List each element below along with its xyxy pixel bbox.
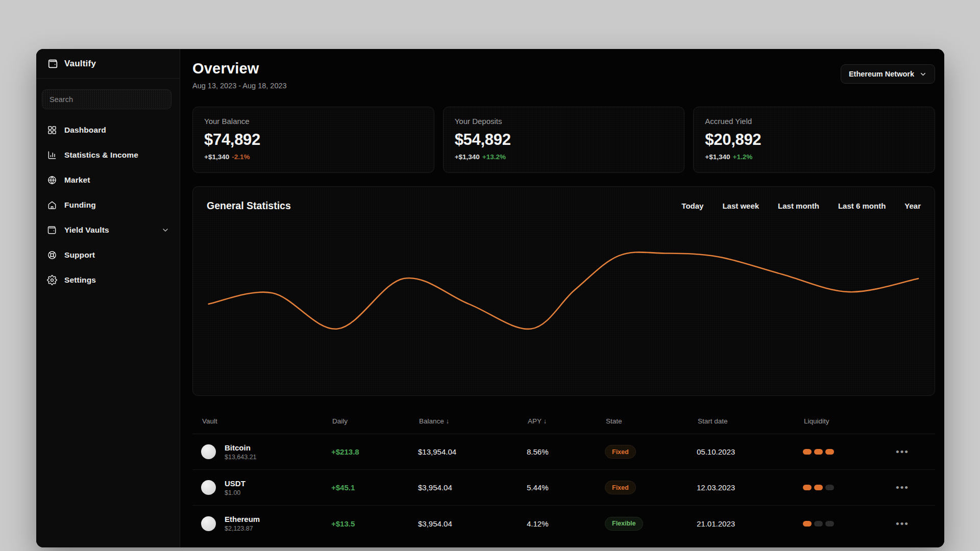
vault-price: $1.00 — [225, 489, 246, 496]
liquidity-dot — [803, 449, 812, 455]
page-header: Overview Aug 13, 2023 - Aug 18, 2023 Eth… — [192, 60, 935, 90]
liquidity-dot — [803, 485, 812, 490]
chevron-down-icon — [161, 226, 169, 234]
liquidity-dot — [825, 449, 834, 455]
vault-cell: USDT$1.00 — [192, 479, 331, 496]
sidebar-item-label: Yield Vaults — [64, 226, 109, 235]
stat-card-your-balance: Your Balance$74,892+$1,340-2.1% — [192, 107, 434, 173]
app-logo: Vaultify — [36, 49, 180, 79]
state-cell: Fixed — [605, 445, 697, 459]
vault-avatar — [201, 516, 216, 531]
page-title: Overview — [192, 60, 935, 77]
ellipsis-icon[interactable]: ••• — [896, 449, 935, 455]
wallet-icon — [47, 225, 57, 235]
balance-cell: $3,954.04 — [418, 483, 527, 492]
filter-last-month[interactable]: Last month — [778, 202, 819, 210]
sort-arrow-icon: ↓ — [544, 417, 547, 425]
search-input[interactable] — [50, 95, 164, 104]
sidebar-item-dashboard[interactable]: Dashboard — [36, 117, 180, 142]
liquidity-indicator — [803, 485, 896, 490]
sidebar-nav: DashboardStatistics & IncomeMarketFundin… — [36, 114, 180, 295]
balance-cell: $3,954.04 — [418, 519, 527, 528]
balance-cell: $13,954.04 — [418, 447, 527, 456]
time-filters: TodayLast weekLast monthLast 6 monthYear — [681, 202, 921, 210]
sidebar-item-label: Market — [64, 176, 90, 185]
ellipsis-icon[interactable]: ••• — [896, 485, 935, 490]
network-selector-button[interactable]: Ethereum Network — [841, 64, 935, 84]
table-row-bitcoin[interactable]: Bitcoin$13,643.21+$213.8$13,954.048.56%F… — [192, 434, 935, 470]
sort-arrow-icon: ↓ — [446, 417, 450, 425]
start-date-cell: 21.01.2023 — [697, 519, 803, 528]
statistics-line-chart — [193, 187, 935, 395]
filter-last-6-month[interactable]: Last 6 month — [838, 202, 886, 210]
sidebar-item-label: Dashboard — [64, 126, 106, 135]
state-badge: Flexible — [605, 517, 643, 531]
start-date-cell: 05.10.2023 — [697, 447, 803, 456]
vault-avatar — [201, 444, 216, 459]
stat-card-value: $54,892 — [455, 131, 673, 149]
bar-chart-icon — [47, 150, 57, 160]
table-row-usdt[interactable]: USDT$1.00+$45.1$3,954.045.44%Fixed12.03.… — [192, 470, 935, 506]
stat-card-label: Accrued Yield — [705, 117, 923, 126]
main-content: Overview Aug 13, 2023 - Aug 18, 2023 Eth… — [180, 49, 944, 547]
sidebar-item-label: Funding — [64, 201, 96, 210]
state-cell: Fixed — [605, 481, 697, 494]
sidebar-item-yield-vaults[interactable]: Yield Vaults — [36, 217, 180, 242]
stat-card-label: Your Deposits — [455, 117, 673, 126]
gear-icon — [47, 275, 57, 285]
date-range: Aug 13, 2023 - Aug 18, 2023 — [192, 82, 935, 90]
column-header-state: State — [605, 417, 697, 425]
vault-avatar — [201, 480, 216, 495]
vault-name: Bitcoin — [225, 443, 257, 452]
liquidity-dot — [825, 521, 834, 527]
liquidity-dot — [803, 521, 812, 527]
state-cell: Flexible — [605, 517, 697, 531]
vault-price: $2,123.87 — [225, 525, 260, 532]
table-body: Bitcoin$13,643.21+$213.8$13,954.048.56%F… — [192, 434, 935, 541]
sidebar-item-statistics-income[interactable]: Statistics & Income — [36, 142, 180, 167]
liquidity-dot — [814, 485, 823, 490]
search-box[interactable] — [42, 89, 172, 109]
sidebar-item-support[interactable]: Support — [36, 242, 180, 267]
app-title: Vaultify — [64, 59, 96, 69]
column-header-liquidity: Liquidity — [803, 417, 896, 425]
column-header-apy[interactable]: APY ↓ — [527, 417, 605, 425]
liquidity-indicator — [803, 449, 896, 455]
stat-card-your-deposits: Your Deposits$54,892+$1,340+13.2% — [443, 107, 685, 173]
ellipsis-icon[interactable]: ••• — [896, 521, 935, 527]
stat-card-delta: +$1,340-2.1% — [204, 153, 423, 161]
table-row-ethereum[interactable]: Ethereum$2,123.87+$13.5$3,954.044.12%Fle… — [192, 506, 935, 541]
daily-cell: +$13.5 — [331, 519, 418, 528]
apy-cell: 4.12% — [527, 519, 605, 528]
general-statistics-panel: General Statistics TodayLast weekLast mo… — [192, 186, 935, 396]
apy-cell: 5.44% — [527, 483, 605, 492]
stat-card-label: Your Balance — [204, 117, 423, 126]
filter-today[interactable]: Today — [681, 202, 703, 210]
sidebar-item-funding[interactable]: Funding — [36, 192, 180, 217]
vault-name: USDT — [225, 479, 246, 488]
column-header-balance[interactable]: Balance ↓ — [418, 417, 527, 425]
stat-card-value: $20,892 — [705, 131, 923, 149]
state-badge: Fixed — [605, 445, 636, 459]
home-icon — [47, 200, 57, 210]
liquidity-dot — [814, 449, 823, 455]
filter-last-week[interactable]: Last week — [722, 202, 759, 210]
stat-card-value: $74,892 — [204, 131, 423, 149]
sidebar-item-label: Support — [64, 251, 95, 260]
lifebuoy-icon — [47, 250, 57, 260]
app-window: Vaultify DashboardStatistics & IncomeMar… — [36, 49, 944, 547]
vault-cell: Ethereum$2,123.87 — [192, 515, 331, 532]
network-selector-label: Ethereum Network — [849, 70, 914, 78]
stat-card-accrued-yield: Accrued Yield$20,892+$1,340+1.2% — [693, 107, 935, 173]
stat-card-delta: +$1,340+13.2% — [455, 153, 673, 161]
sidebar-item-settings[interactable]: Settings — [36, 267, 180, 292]
liquidity-dot — [825, 485, 834, 490]
daily-cell: +$213.8 — [331, 447, 418, 456]
table-header-row: VaultDailyBalance ↓APY ↓StateStart dateL… — [192, 409, 935, 434]
filter-year[interactable]: Year — [904, 202, 921, 210]
wallet-icon — [47, 58, 59, 69]
vault-cell: Bitcoin$13,643.21 — [192, 443, 331, 461]
sidebar-item-market[interactable]: Market — [36, 167, 180, 192]
vault-price: $13,643.21 — [225, 454, 257, 461]
vault-name: Ethereum — [225, 515, 260, 523]
